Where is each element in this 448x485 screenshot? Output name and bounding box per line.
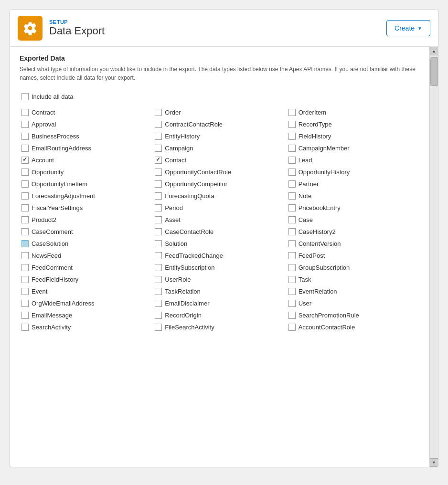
checkbox-product2[interactable]: [21, 216, 29, 223]
label-opportunity[interactable]: Opportunity: [32, 169, 64, 176]
checkbox-event[interactable]: [21, 288, 29, 295]
label-partner[interactable]: Partner: [299, 180, 319, 188]
label-contract[interactable]: Contract: [32, 109, 55, 116]
checkbox-casehistory2[interactable]: [288, 228, 296, 235]
checkbox-order[interactable]: [155, 109, 162, 116]
label-feedfieldhistory[interactable]: FeedFieldHistory: [32, 276, 78, 283]
label-searchpromotionrule[interactable]: SearchPromotionRule: [299, 312, 359, 319]
label-lead[interactable]: Lead: [299, 157, 312, 164]
label-forecastingadjustment[interactable]: ForecastingAdjustment: [32, 192, 95, 200]
label-filesearchactivity[interactable]: FileSearchActivity: [165, 324, 214, 331]
label-feedcomment[interactable]: FeedComment: [32, 264, 73, 271]
checkbox-opportunitycompetitor[interactable]: [155, 180, 162, 188]
checkbox-forecastingquota[interactable]: [155, 192, 162, 200]
checkbox-emailroutingaddress[interactable]: [21, 145, 29, 152]
checkbox-contact[interactable]: [155, 157, 162, 164]
label-opportunitylineitem[interactable]: OpportunityLineItem: [32, 180, 87, 188]
checkbox-case[interactable]: [288, 216, 296, 223]
checkbox-pricebookentry[interactable]: [288, 204, 296, 211]
label-orgwideemailaddress[interactable]: OrgWideEmailAddress: [32, 300, 95, 307]
label-recordtype[interactable]: RecordType: [299, 121, 332, 128]
checkbox-approval[interactable]: [21, 121, 29, 128]
label-fieldhistory[interactable]: FieldHistory: [299, 133, 331, 140]
label-recordorigin[interactable]: RecordOrigin: [165, 312, 202, 319]
label-task[interactable]: Task: [299, 276, 311, 283]
checkbox-user[interactable]: [288, 300, 296, 307]
checkbox-fieldhistory[interactable]: [288, 133, 296, 140]
checkbox-contentversion[interactable]: [288, 240, 296, 247]
label-solution[interactable]: Solution: [165, 240, 187, 247]
label-account[interactable]: Account: [32, 157, 54, 164]
label-casecontactrole[interactable]: CaseContactRole: [165, 228, 213, 235]
label-opportunityhistory[interactable]: OpportunityHistory: [299, 169, 350, 176]
checkbox-feedfieldhistory[interactable]: [21, 276, 29, 283]
checkbox-forecastingadjustment[interactable]: [21, 192, 29, 200]
checkbox-filesearchactivity[interactable]: [155, 324, 162, 331]
label-eventrelation[interactable]: EventRelation: [299, 288, 337, 295]
scroll-down-button[interactable]: ▼: [430, 458, 438, 467]
label-userrole[interactable]: UserRole: [165, 276, 191, 283]
label-entitysubscription[interactable]: EntitySubscription: [165, 264, 214, 271]
label-feedtrackedchange[interactable]: FeedTrackedChange: [165, 252, 223, 259]
checkbox-eventrelation[interactable]: [288, 288, 296, 295]
scroll-up-button[interactable]: ▲: [430, 47, 438, 55]
label-emailroutingaddress[interactable]: EmailRoutingAddress: [32, 145, 91, 152]
checkbox-casesolution[interactable]: [21, 240, 29, 247]
label-user[interactable]: User: [299, 300, 311, 307]
checkbox-orderitem[interactable]: [288, 109, 296, 116]
label-product2[interactable]: Product2: [32, 216, 56, 223]
label-searchactivity[interactable]: SearchActivity: [32, 324, 71, 331]
label-fiscalyearsettings[interactable]: FiscalYearSettings: [32, 204, 83, 211]
checkbox-campaignmember[interactable]: [288, 145, 296, 152]
checkbox-opportunitycontactrole[interactable]: [155, 169, 162, 176]
checkbox-opportunityhistory[interactable]: [288, 169, 296, 176]
label-campaignmember[interactable]: CampaignMember: [299, 145, 350, 152]
label-casecomment[interactable]: CaseComment: [32, 228, 73, 235]
label-casesolution[interactable]: CaseSolution: [32, 240, 68, 247]
checkbox-note[interactable]: [288, 192, 296, 200]
label-entityhistory[interactable]: EntityHistory: [165, 133, 200, 140]
checkbox-businessprocess[interactable]: [21, 133, 29, 140]
label-newsfeed[interactable]: NewsFeed: [32, 252, 61, 259]
include-all-checkbox[interactable]: [21, 93, 29, 100]
label-case[interactable]: Case: [299, 216, 313, 223]
checkbox-contractcontactrole[interactable]: [155, 121, 162, 128]
label-order[interactable]: Order: [165, 109, 181, 116]
create-button[interactable]: Create ▼: [386, 20, 430, 36]
checkbox-recordorigin[interactable]: [155, 312, 162, 319]
scrollable-content[interactable]: Exported Data Select what type of inform…: [10, 47, 429, 467]
checkbox-orgwideemailaddress[interactable]: [21, 300, 29, 307]
label-casehistory2[interactable]: CaseHistory2: [299, 228, 336, 235]
checkbox-casecomment[interactable]: [21, 228, 29, 235]
checkbox-partner[interactable]: [288, 180, 296, 188]
checkbox-task[interactable]: [288, 276, 296, 283]
label-taskrelation[interactable]: TaskRelation: [165, 288, 200, 295]
checkbox-lead[interactable]: [288, 157, 296, 164]
checkbox-fiscalyearsettings[interactable]: [21, 204, 29, 211]
label-opportunitycontactrole[interactable]: OpportunityContactRole: [165, 169, 231, 176]
scroll-thumb[interactable]: [430, 57, 438, 86]
label-contact[interactable]: Contact: [165, 157, 186, 164]
checkbox-recordtype[interactable]: [288, 121, 296, 128]
checkbox-contract[interactable]: [21, 109, 29, 116]
label-pricebookentry[interactable]: PricebookEntry: [299, 204, 341, 211]
label-asset[interactable]: Asset: [165, 216, 181, 223]
label-campaign[interactable]: Campaign: [165, 145, 193, 152]
label-emailmessage[interactable]: EmailMessage: [32, 312, 72, 319]
checkbox-emailmessage[interactable]: [21, 312, 29, 319]
checkbox-casecontactrole[interactable]: [155, 228, 162, 235]
label-contentversion[interactable]: ContentVersion: [299, 240, 341, 247]
checkbox-feedtrackedchange[interactable]: [155, 252, 162, 259]
label-event[interactable]: Event: [32, 288, 47, 295]
checkbox-asset[interactable]: [155, 216, 162, 223]
label-accountcontactrole[interactable]: AccountContactRole: [299, 324, 355, 331]
checkbox-userrole[interactable]: [155, 276, 162, 283]
label-feedpost[interactable]: FeedPost: [299, 252, 325, 259]
checkbox-entityhistory[interactable]: [155, 133, 162, 140]
label-businessprocess[interactable]: BusinessProcess: [32, 133, 79, 140]
checkbox-searchactivity[interactable]: [21, 324, 29, 331]
checkbox-entitysubscription[interactable]: [155, 264, 162, 271]
checkbox-taskrelation[interactable]: [155, 288, 162, 295]
checkbox-emaildisclaimer[interactable]: [155, 300, 162, 307]
label-groupsubscription[interactable]: GroupSubscription: [299, 264, 350, 271]
